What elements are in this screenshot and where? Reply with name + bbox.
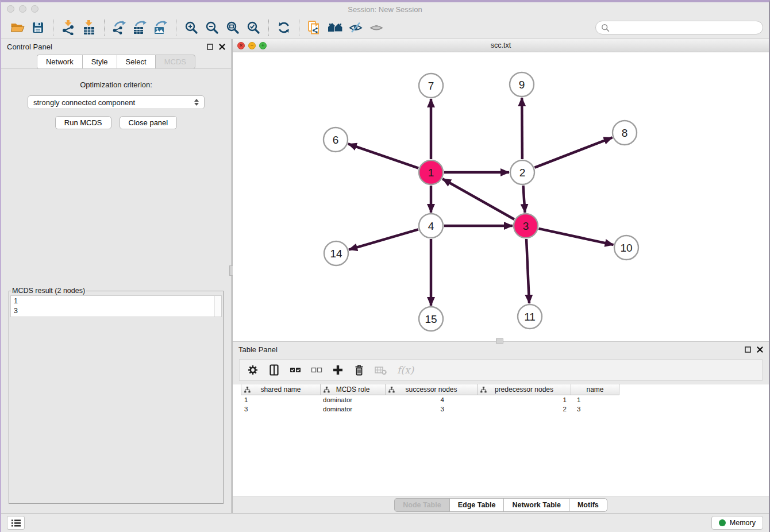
zoom-in-icon [184, 21, 198, 34]
network-minimize-button[interactable]: − [248, 42, 256, 49]
apply-layout-button[interactable] [274, 18, 294, 37]
save-session-button[interactable] [28, 18, 48, 37]
column-label: shared name [260, 385, 301, 394]
tab-edge-table[interactable]: Edge Table [449, 498, 504, 512]
cell-shared-name[interactable]: 1 [241, 395, 321, 404]
tab-select[interactable]: Select [117, 55, 155, 69]
search-box[interactable] [595, 21, 763, 34]
create-column-button[interactable] [332, 364, 344, 376]
hide-graphics-details-button[interactable] [345, 18, 366, 37]
delete-columns-button[interactable] [353, 364, 365, 376]
table-options-button[interactable] [247, 364, 259, 376]
export-network-button[interactable] [109, 18, 130, 37]
node-11[interactable]: 11 [518, 304, 542, 329]
search-input[interactable] [613, 23, 757, 32]
table-row[interactable]: 3dominator323 [241, 404, 769, 414]
control-panel-tabs: NetworkStyleSelectMCDS [1, 55, 231, 69]
cell-successor-nodes[interactable]: 4 [386, 395, 478, 404]
zoom-fit-button[interactable] [222, 18, 243, 37]
node-1[interactable]: 1 [419, 160, 443, 184]
svg-text:7: 7 [428, 80, 434, 92]
node-9[interactable]: 9 [510, 72, 534, 97]
list-icon [11, 519, 21, 527]
node-3[interactable]: 3 [514, 214, 538, 238]
function-builder-button: f(x) [397, 364, 414, 376]
node-14[interactable]: 14 [324, 241, 348, 265]
select-all-columns-button[interactable] [290, 364, 301, 376]
close-panel-icon[interactable] [757, 346, 763, 353]
node-15[interactable]: 15 [419, 307, 443, 331]
column-header-predecessor-nodes[interactable]: predecessor nodes [478, 384, 571, 395]
column-header-name[interactable]: name [571, 384, 619, 395]
node-2[interactable]: 2 [510, 160, 534, 184]
edge-2-8[interactable] [534, 137, 612, 167]
import-table-button[interactable] [79, 18, 99, 37]
network-title: scc.txt [491, 41, 511, 49]
minimize-window-button[interactable] [19, 5, 26, 13]
result-scrollbar[interactable] [214, 296, 221, 317]
cell-MCDS-role[interactable]: dominator [321, 404, 386, 414]
export-image-button[interactable] [151, 18, 171, 37]
table-row[interactable]: 1dominator411 [241, 395, 769, 404]
column-header-successor-nodes[interactable]: successor nodes [386, 384, 478, 395]
edge-3-1[interactable] [442, 179, 514, 219]
cell-name[interactable]: 1 [571, 395, 619, 404]
tab-network[interactable]: Network [37, 55, 82, 69]
tab-motifs[interactable]: Motifs [569, 498, 607, 512]
node-10[interactable]: 10 [614, 236, 638, 260]
float-panel-icon[interactable] [745, 346, 751, 353]
tab-network-table[interactable]: Network Table [503, 498, 569, 512]
main-area: Control Panel NetworkStyleSelectMCDS Opt… [1, 39, 769, 513]
node-4[interactable]: 4 [419, 214, 443, 238]
cell-MCDS-role[interactable]: dominator [321, 395, 386, 404]
close-panel-icon[interactable] [219, 44, 225, 50]
export-table-button[interactable] [130, 18, 151, 37]
cell-name[interactable]: 3 [571, 404, 619, 414]
open-session-button[interactable] [7, 18, 28, 37]
tab-node-table[interactable]: Node Table [394, 498, 449, 512]
column-header-MCDS-role[interactable]: MCDS role [321, 384, 386, 395]
mcds-result-text[interactable]: 1 3 [11, 296, 214, 317]
edge-2-9[interactable] [522, 98, 522, 159]
node-6[interactable]: 6 [324, 128, 348, 152]
edge-3-10[interactable] [538, 229, 613, 245]
run-mcds-button[interactable]: Run MCDS [55, 116, 111, 129]
close-window-button[interactable] [7, 5, 14, 13]
network-maximize-button[interactable]: + [259, 42, 267, 49]
clone-network-button[interactable] [304, 18, 325, 37]
checked-boxes-icon [290, 364, 301, 376]
zoom-in-button[interactable] [181, 18, 202, 37]
cell-predecessor-nodes[interactable]: 2 [478, 404, 571, 414]
zoom-selected-button[interactable] [243, 18, 264, 37]
hierarchy-icon [388, 387, 395, 393]
node-7[interactable]: 7 [419, 74, 443, 98]
column-header-shared-name[interactable]: shared name [241, 384, 321, 395]
edge-2-3[interactable] [523, 186, 525, 213]
edge-4-14[interactable] [349, 229, 418, 249]
zoom-out-icon [205, 21, 219, 34]
import-network-button[interactable] [58, 18, 79, 37]
tab-mcds[interactable]: MCDS [155, 55, 195, 69]
tab-style[interactable]: Style [82, 55, 117, 69]
edge-3-11[interactable] [526, 239, 529, 303]
float-panel-icon[interactable] [207, 44, 213, 50]
cell-predecessor-nodes[interactable]: 1 [478, 395, 571, 404]
memory-button[interactable]: Memory [711, 516, 763, 530]
zoom-out-button[interactable] [202, 18, 222, 37]
edge-1-6[interactable] [348, 144, 418, 168]
close-panel-button[interactable]: Close panel [120, 116, 178, 129]
network-close-button[interactable]: × [237, 42, 245, 49]
cell-shared-name[interactable]: 3 [241, 404, 321, 414]
task-history-button[interactable] [7, 516, 25, 530]
cell-successor-nodes[interactable]: 3 [386, 404, 478, 414]
show-columns-button[interactable] [268, 364, 280, 376]
network-canvas[interactable]: 7968124314101511 [233, 52, 769, 341]
criterion-dropdown[interactable]: strongly connected component [28, 95, 205, 109]
nested-networks-button[interactable] [325, 18, 345, 37]
zoom-window-button[interactable] [31, 5, 38, 13]
node-8[interactable]: 8 [613, 121, 637, 145]
search-icon [601, 24, 610, 32]
unselect-all-columns-button[interactable] [311, 364, 322, 376]
horizontal-splitter-grip[interactable] [496, 338, 503, 344]
mcds-result-group: MCDS result (2 nodes) 1 3 [9, 287, 224, 504]
